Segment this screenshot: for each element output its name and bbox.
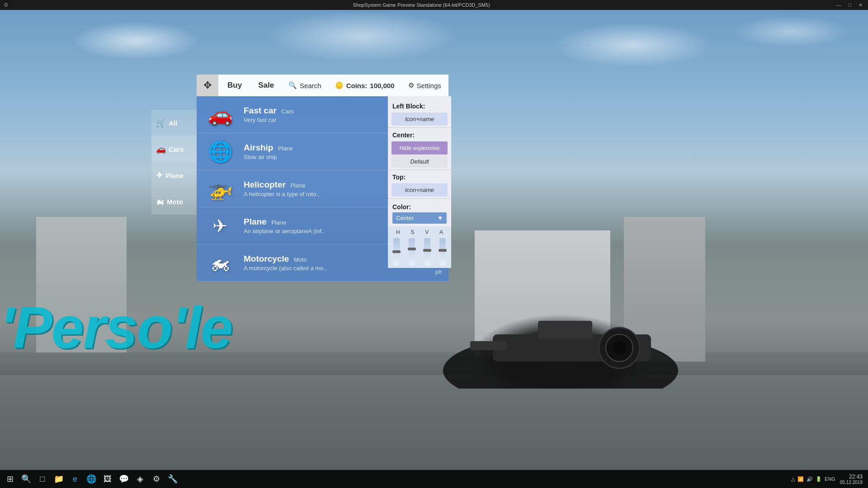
move-button[interactable]: ✥ [197, 75, 218, 96]
category-all-button[interactable]: 🛒 All [151, 110, 197, 136]
item-desc-airship: Slow air ship [244, 154, 398, 160]
h-slider[interactable] [393, 238, 400, 265]
plane-item-icon: ✈ [212, 216, 228, 236]
close-button[interactable]: ✕ [857, 2, 864, 8]
category-plane-label: Plane [165, 172, 184, 179]
ue4-icon: ⚙ [4, 2, 9, 8]
category-moto-button[interactable]: 🏍 Moto [151, 188, 197, 215]
coins-display: 🪙 Coins: 100,000 [329, 75, 401, 96]
item-name-fastcar: Fast car [244, 106, 277, 115]
category-cars-label: Cars [169, 145, 184, 153]
v-label: V [425, 229, 429, 235]
title-bar: ⚙ ShopSystem Game Preview Standalone (64… [0, 0, 868, 10]
item-info-motorcycle: Motorcycle Moto A motorcycle (also calle… [244, 254, 398, 272]
divider-2 [388, 169, 451, 170]
shop-header: ✥ Buy Sale 🔍 Search 🪙 Coins: 100,000 ⚙ S… [197, 75, 448, 96]
category-sidebar: 🛒 All 🚗 Cars ✈ Plane 🏍 Moto [151, 110, 197, 282]
cart-icon: 🛒 [156, 118, 166, 128]
globe-item-icon: 🌐 [208, 140, 233, 164]
category-all-label: All [169, 119, 177, 127]
item-name-helicopter: Helicopter [244, 180, 286, 189]
item-info-plane: Plane Plane An airplane or aeroplaneA (i… [244, 217, 398, 235]
item-icon-plane: ✈ [202, 211, 238, 240]
item-desc-helicopter: A helicopter is a type of roto.. [244, 191, 398, 197]
item-cat-plane: Plane [271, 219, 286, 226]
color-dropdown-button[interactable]: Center ▼ [392, 212, 447, 224]
chrome-button[interactable]: 🌐 [83, 471, 99, 487]
s-slider[interactable] [409, 238, 415, 265]
color-title: Color: [392, 203, 447, 211]
category-moto-label: Moto [167, 198, 183, 206]
item-name-plane: Plane [244, 217, 267, 226]
gear-icon: ⚙ [408, 81, 414, 89]
left-block-option-button[interactable]: Icon+name [392, 113, 448, 126]
taskbar: ⊞ 🔍 □ 📁 e 🌐 🖼 💬 ◈ ⚙ 🔧 △ 📶 🔊 🔋 ENG 22:43 … [0, 470, 868, 488]
item-name-airship: Airship [244, 143, 273, 152]
top-option-button[interactable]: Icon+name [392, 183, 448, 197]
search-label: Search [300, 82, 321, 89]
moto-item-icon: 🏍 [210, 252, 230, 274]
sale-tab: Sale [251, 75, 281, 96]
file-explorer-button[interactable]: 📁 [51, 471, 67, 487]
item-info-airship: Airship Plane Slow air ship [244, 143, 398, 160]
left-block-title: Left Block: [388, 101, 451, 112]
item-icon-fastcar: 🚗 [202, 100, 238, 129]
settings-panel: Left Block: Icon+name Center: Hide expen… [388, 96, 451, 268]
settings-label: Settings [417, 82, 441, 89]
maximize-button[interactable]: □ [846, 2, 853, 8]
item-desc-fastcar: Very fast car [244, 117, 398, 123]
coins-label: Coins: [346, 82, 368, 89]
settings-button[interactable]: ⚙ Settings [401, 75, 448, 96]
item-cat-airship: Plane [278, 145, 293, 152]
v-slider[interactable] [424, 238, 430, 265]
lang-indicator[interactable]: ENG [825, 476, 835, 482]
category-plane-button[interactable]: ✈ Plane [151, 162, 197, 188]
default-button[interactable]: Default [392, 155, 448, 168]
unreal-button[interactable]: ⚙ [148, 471, 165, 487]
paint-button[interactable]: 🖼 [99, 471, 116, 487]
item-desc-plane: An airplane or aeroplaneA (inf.. [244, 228, 398, 235]
buy-tab[interactable]: Buy [218, 75, 251, 96]
top-title: Top: [388, 172, 451, 183]
search-icon: 🔍 [288, 81, 297, 89]
s-label: S [410, 229, 414, 235]
task-view-button[interactable]: □ [34, 471, 51, 487]
car-icon: 🚗 [156, 144, 166, 154]
clock-time: 22:43 [840, 474, 863, 480]
helicopter-item-icon: 🚁 [208, 177, 233, 201]
hide-expensive-button[interactable]: Hide expensive [392, 141, 448, 155]
item-cat-motorcycle: Moto [294, 256, 307, 263]
a-slider[interactable] [439, 238, 446, 265]
start-button[interactable]: ⊞ [2, 471, 18, 487]
epic-button[interactable]: ◈ [132, 471, 148, 487]
up-arrow-icon[interactable]: △ [791, 476, 795, 482]
taskbar-right: △ 📶 🔊 🔋 ENG 22:43 05.12.2019 [791, 474, 866, 485]
coins-icon: 🪙 [335, 81, 344, 89]
minimize-button[interactable]: — [834, 2, 843, 8]
discord-button[interactable]: 💬 [116, 471, 132, 487]
network-icon[interactable]: 📶 [797, 476, 804, 482]
volume-icon[interactable]: 🔊 [807, 476, 813, 482]
item-cat-fastcar: Cars [281, 108, 293, 115]
extra-button-1[interactable]: 🔧 [165, 471, 181, 487]
taskbar-clock[interactable]: 22:43 05.12.2019 [840, 474, 863, 485]
coins-value: 100,000 [370, 82, 394, 89]
item-icon-helicopter: 🚁 [202, 174, 238, 203]
divider-3 [388, 198, 451, 199]
h-label: H [396, 229, 400, 235]
price-unit-4: ptr. [398, 269, 443, 275]
edge-button[interactable]: e [67, 471, 83, 487]
item-name-motorcycle: Motorcycle [244, 254, 289, 263]
search-button[interactable]: 🔍 Search [281, 75, 329, 96]
item-info-helicopter: Helicopter Plane A helicopter is a type … [244, 180, 398, 197]
item-desc-motorcycle: A motorcycle (also called a mo.. [244, 265, 398, 272]
divider-1 [388, 127, 451, 128]
clock-date: 05.12.2019 [840, 480, 863, 485]
item-icon-airship: 🌐 [202, 137, 238, 166]
item-icon-motorcycle: 🏍 [202, 248, 238, 277]
battery-icon[interactable]: 🔋 [816, 476, 822, 482]
category-cars-button[interactable]: 🚗 Cars [151, 136, 197, 162]
chevron-down-icon: ▼ [437, 215, 443, 221]
plane-icon: ✈ [156, 170, 163, 180]
search-taskbar-button[interactable]: 🔍 [18, 471, 34, 487]
